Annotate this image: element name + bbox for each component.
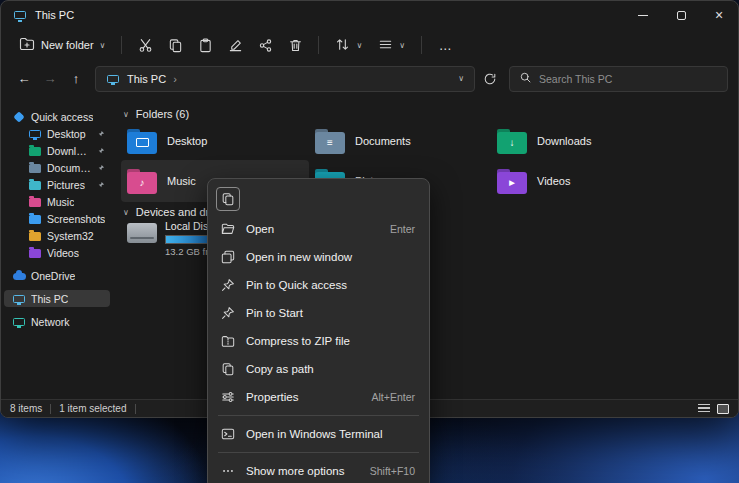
documents-icon — [28, 162, 42, 174]
large-icons-view-icon[interactable] — [717, 404, 729, 414]
command-toolbar: New folder ∨ ∨ ∨ … — [1, 29, 738, 61]
view-icon — [378, 37, 393, 54]
minimize-button[interactable] — [624, 1, 662, 29]
music-folder-icon: ♪ — [127, 169, 157, 194]
breadcrumb-this-pc[interactable]: This PC — [127, 73, 166, 85]
desktop-folder-icon — [127, 129, 157, 154]
window-controls: × — [624, 1, 738, 29]
breadcrumb-separator-icon: › — [173, 73, 177, 85]
hard-drive-icon — [127, 223, 157, 243]
folder-tile-documents[interactable]: ≡ Documents — [315, 122, 493, 160]
new-folder-button[interactable]: New folder ∨ — [11, 32, 113, 58]
menu-item-pin-to-quick-access[interactable]: Pin to Quick access — [212, 271, 425, 299]
sidebar-item-this-pc[interactable]: This PC — [4, 290, 110, 307]
sidebar-item-screenshots[interactable]: Screenshots — [4, 210, 110, 227]
sidebar-item-pictures[interactable]: Pictures — [4, 176, 110, 193]
chevron-down-icon: ∨ — [356, 41, 362, 50]
search-input[interactable] — [539, 73, 718, 85]
share-button[interactable] — [250, 32, 280, 58]
menu-item-open-in-windows-terminal[interactable]: Open in Windows Terminal — [212, 420, 425, 448]
folders-section-header[interactable]: ∨ Folders (6) — [123, 108, 189, 120]
refresh-button[interactable] — [477, 66, 503, 92]
delete-button[interactable] — [280, 32, 310, 58]
menu-item-compress-to-zip[interactable]: Compress to ZIP file — [212, 327, 425, 355]
chevron-down-icon: ∨ — [399, 41, 405, 50]
pictures-icon — [28, 179, 42, 191]
pin-icon — [220, 306, 236, 320]
pin-icon — [97, 130, 105, 138]
search-box[interactable] — [509, 66, 728, 92]
videos-icon — [28, 247, 42, 259]
menu-item-open-in-new-window[interactable]: Open in new window — [212, 243, 425, 271]
paste-button[interactable] — [190, 32, 220, 58]
sidebar-item-quick-access[interactable]: Quick access — [4, 108, 110, 125]
toolbar-divider — [421, 36, 422, 54]
selection-count: 1 item selected — [59, 403, 126, 414]
this-pc-icon — [106, 73, 120, 85]
cut-button[interactable] — [130, 32, 160, 58]
navigation-bar: ← → ↑ This PC › ∨ — [1, 61, 738, 96]
this-pc-icon — [12, 293, 26, 305]
screenshots-icon — [28, 213, 42, 225]
item-count: 8 items — [10, 403, 42, 414]
title-bar: This PC × — [1, 1, 738, 29]
forward-button[interactable]: → — [37, 66, 63, 92]
back-button[interactable]: ← — [11, 66, 37, 92]
sidebar-item-videos[interactable]: Videos — [4, 244, 110, 261]
context-menu: Open Enter Open in new window Pin to Qui… — [207, 178, 430, 483]
rename-button[interactable] — [220, 32, 250, 58]
pin-icon — [220, 278, 236, 292]
folder-tile-desktop[interactable]: Desktop — [127, 122, 305, 160]
status-divider — [50, 404, 51, 414]
sidebar-item-network[interactable]: Network — [4, 313, 110, 330]
sidebar-item-onedrive[interactable]: OneDrive — [4, 267, 110, 284]
properties-icon — [220, 390, 236, 404]
close-button[interactable]: × — [700, 1, 738, 29]
address-dropdown-icon[interactable]: ∨ — [458, 74, 464, 83]
sidebar-item-music[interactable]: Music — [4, 193, 110, 210]
pin-icon — [97, 164, 105, 172]
sidebar-item-system32[interactable]: System32 — [4, 227, 110, 244]
desktop: This PC × New folder ∨ ∨ — [0, 0, 739, 483]
new-folder-label: New folder — [41, 39, 94, 51]
sidebar-item-documents[interactable]: Documents — [4, 159, 110, 176]
search-icon — [519, 71, 532, 86]
navigation-pane: Quick access Desktop Downloads Documents… — [1, 96, 113, 399]
sort-button[interactable]: ∨ — [327, 32, 370, 58]
menu-item-show-more-options[interactable]: Show more options Shift+F10 — [212, 457, 425, 483]
view-button[interactable]: ∨ — [370, 32, 413, 58]
menu-item-pin-to-start[interactable]: Pin to Start — [212, 299, 425, 327]
details-view-icon[interactable] — [698, 404, 710, 413]
menu-item-copy-as-path[interactable]: Copy as path — [212, 355, 425, 383]
menu-divider — [218, 415, 419, 416]
new-folder-icon — [19, 37, 35, 53]
documents-folder-icon: ≡ — [315, 129, 345, 154]
maximize-button[interactable] — [662, 1, 700, 29]
window-title: This PC — [35, 9, 74, 21]
chevron-down-icon: ∨ — [123, 110, 129, 119]
sidebar-item-desktop[interactable]: Desktop — [4, 125, 110, 142]
menu-item-properties[interactable]: Properties Alt+Enter — [212, 383, 425, 411]
address-bar[interactable]: This PC › ∨ — [95, 66, 475, 92]
toolbar-divider — [121, 36, 122, 54]
chevron-down-icon: ∨ — [123, 208, 129, 217]
copy-button[interactable] — [216, 187, 240, 211]
folder-tile-downloads[interactable]: ↓ Downloads — [497, 122, 675, 160]
sidebar-item-downloads[interactable]: Downloads — [4, 142, 110, 159]
more-options-icon — [220, 464, 236, 478]
this-pc-window-icon — [13, 9, 27, 21]
folder-tile-videos[interactable]: ▶ Videos — [497, 162, 675, 200]
view-toggles — [698, 404, 729, 414]
chevron-down-icon: ∨ — [100, 41, 106, 50]
videos-folder-icon: ▶ — [497, 169, 527, 194]
toolbar-divider — [318, 36, 319, 54]
network-icon — [12, 316, 26, 328]
menu-item-open[interactable]: Open Enter — [212, 215, 425, 243]
music-icon — [28, 196, 42, 208]
desktop-icon — [28, 128, 42, 140]
pin-icon — [97, 181, 105, 189]
see-more-button[interactable]: … — [430, 32, 460, 58]
up-button[interactable]: ↑ — [63, 66, 89, 92]
copy-button[interactable] — [160, 32, 190, 58]
status-divider — [135, 404, 136, 414]
